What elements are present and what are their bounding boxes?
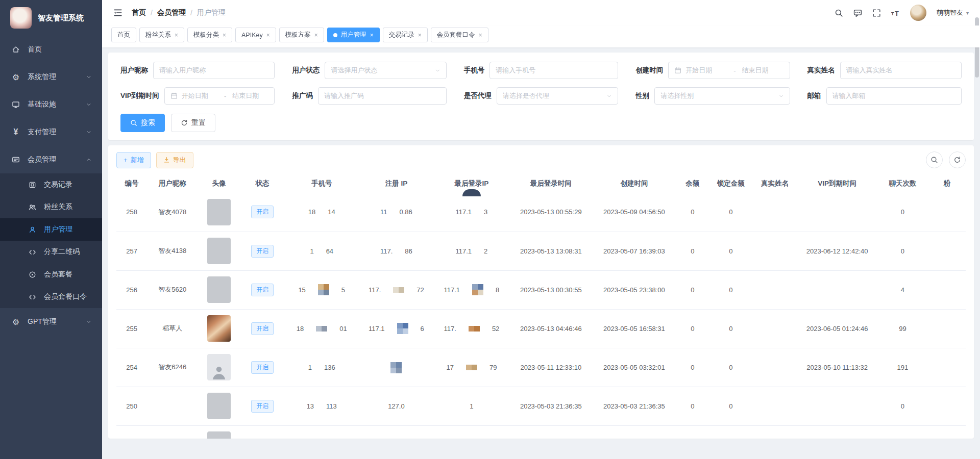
filter-用户状态: 用户状态请选择用户状态 [292, 62, 446, 79]
filter-label: 推广码 [292, 91, 313, 100]
tab-用户管理[interactable]: 用户管理× [327, 28, 380, 42]
cell-vip: 2023-06-05 01:24:46 [797, 309, 877, 348]
sidebar-collapse-icon[interactable] [113, 8, 122, 17]
chevron-down-icon [606, 93, 612, 99]
table-row[interactable]: 257智友4138开启164117.86117.122023-05-13 13:… [116, 232, 966, 270]
tab-APIKey[interactable]: APIKey× [235, 28, 276, 42]
sidebar-item-基础设施[interactable]: 基础设施 [0, 91, 102, 118]
fullscreen-icon[interactable] [872, 9, 881, 17]
input-field-推广码[interactable]: 请输入推广码 [318, 87, 447, 105]
censor-mosaic [397, 323, 408, 334]
user-menu[interactable]: 萌萌智友 ▾ [937, 8, 969, 17]
tab-会员套餐口令[interactable]: 会员套餐口令× [431, 28, 488, 42]
app-logo-image [10, 7, 32, 29]
sidebar-item-用户管理[interactable]: 用户管理 [0, 218, 102, 241]
value-fragment: 17 [446, 364, 453, 371]
tab-label: 会员套餐口令 [437, 31, 475, 39]
user-avatar-image [207, 238, 231, 264]
add-button[interactable]: + 新增 [116, 152, 151, 168]
select-field-用户状态[interactable]: 请选择用户状态 [325, 62, 446, 79]
column-header-label: VIP到期时间 [818, 180, 856, 187]
cell-chats: 0 [877, 193, 928, 232]
sidebar-item-会员套餐口令[interactable]: 会员套餐口令 [0, 286, 102, 308]
message-icon[interactable] [853, 9, 862, 17]
select-placeholder: 请选择是否代理 [503, 91, 602, 100]
table-refresh-icon[interactable] [949, 151, 966, 168]
close-icon[interactable]: × [370, 32, 374, 39]
cell-created: 2023-05-05 16:58:31 [593, 309, 676, 348]
sidebar-item-会员套餐[interactable]: 会员套餐 [0, 263, 102, 286]
input-field-邮箱[interactable]: 请输入邮箱 [826, 87, 962, 105]
sidebar-item-分享二维码[interactable]: 分享二维码 [0, 241, 102, 263]
table-row[interactable]: 258智友4078开启1814110.86117.132023-05-13 00… [116, 193, 966, 232]
breadcrumb-member[interactable]: 会员管理 [157, 8, 186, 17]
sidebar-item-交易记录[interactable]: 交易记录 [0, 173, 102, 196]
gear-icon: ⚙ [10, 72, 21, 82]
sidebar-item-GPT管理[interactable]: ⚙GPT管理 [0, 308, 102, 336]
cell-vip [797, 425, 877, 439]
sidebar-item-label: 首页 [28, 45, 92, 54]
table-row[interactable]: 250开启13113127.012023-05-03 21:36:352023-… [116, 387, 966, 425]
close-icon[interactable]: × [266, 32, 270, 39]
column-header-vip: VIP到期时间 [797, 174, 877, 193]
select-field-性别[interactable]: 请选择性别 [654, 87, 790, 105]
cell-id: 254 [116, 348, 147, 387]
close-icon[interactable]: × [418, 32, 422, 39]
table-row[interactable]: 254智友6246开启113617792023-05-11 12:33:1020… [116, 348, 966, 387]
cell-reg_ip: 117.86 [359, 232, 434, 270]
daterange-field-VIP到期时间[interactable]: 开始日期-结束日期 [164, 87, 275, 105]
input-field-真实姓名[interactable]: 请输入真实姓名 [840, 62, 962, 79]
search-button[interactable]: 搜索 [120, 114, 165, 132]
close-icon[interactable]: × [223, 32, 226, 39]
sidebar-item-系统管理[interactable]: ⚙系统管理 [0, 63, 102, 91]
sidebar-item-label: 粉丝关系 [44, 202, 92, 212]
input-field-手机号[interactable]: 请输入手机号 [489, 62, 618, 79]
tab-首页[interactable]: 首页 [111, 28, 136, 42]
cell-last_ip: 117.18 [434, 270, 509, 309]
sidebar-item-支付管理[interactable]: ¥支付管理 [0, 118, 102, 146]
table-row[interactable]: 24912开启1521121272023-05-13 08:29:362023-… [116, 425, 966, 439]
sidebar-item-首页[interactable]: 首页 [0, 36, 102, 63]
breadcrumb-current: 用户管理 [197, 8, 226, 17]
close-icon[interactable]: × [479, 32, 482, 39]
close-icon[interactable]: × [314, 32, 318, 39]
value-fragment: 11 [380, 208, 387, 216]
tab-模板方案[interactable]: 模板方案× [279, 28, 324, 42]
tab-粉丝关系[interactable]: 粉丝关系× [139, 28, 184, 42]
column-header-nickname: 用户昵称 [147, 174, 198, 193]
select-field-是否代理[interactable]: 请选择是否代理 [497, 87, 618, 105]
column-header-label: 头像 [212, 180, 226, 187]
table-row[interactable]: 256智友5620开启155117.72117.182023-05-13 00:… [116, 270, 966, 309]
font-size-icon[interactable]: TT [891, 9, 900, 17]
sidebar-item-粉丝关系[interactable]: 粉丝关系 [0, 196, 102, 218]
cell-status: 开启 [240, 387, 285, 425]
breadcrumb-separator: / [190, 9, 192, 17]
filter-actions: 搜索 重置 [120, 114, 962, 132]
user-avatar[interactable] [910, 5, 926, 21]
cell-avatar [198, 348, 240, 387]
column-header-avatar: 头像 [198, 174, 240, 193]
input-field-用户昵称[interactable]: 请输入用户昵称 [153, 62, 275, 79]
calendar-icon [170, 92, 178, 99]
sidebar-item-会员管理[interactable]: 会员管理 [0, 146, 102, 173]
cell-created: 2023-05-05 23:38:00 [593, 270, 676, 309]
cell-locked: 0 [709, 387, 753, 425]
filter-VIP到期时间: VIP到期时间开始日期-结束日期 [120, 87, 275, 105]
reset-button[interactable]: 重置 [171, 114, 215, 132]
close-icon[interactable]: × [175, 32, 178, 39]
column-header-label: 手机号 [311, 180, 332, 187]
export-button[interactable]: 导出 [156, 152, 193, 168]
tab-label: 模板方案 [285, 31, 311, 39]
daterange-field-创建时间[interactable]: 开始日期-结束日期 [668, 62, 790, 79]
cell-chats: 4 [877, 270, 928, 309]
table-search-icon[interactable] [926, 151, 943, 168]
filter-用户昵称: 用户昵称请输入用户昵称 [120, 62, 275, 79]
tab-交易记录[interactable]: 交易记录× [383, 28, 428, 42]
cell-realname [752, 193, 797, 232]
search-icon[interactable] [835, 9, 843, 17]
breadcrumb-home[interactable]: 首页 [132, 8, 146, 17]
table-row[interactable]: 255稻草人开启1801117.16117.522023-05-13 04:46… [116, 309, 966, 348]
tab-模板分类[interactable]: 模板分类× [187, 28, 232, 42]
column-header-last_ip: 最后登录IP [434, 174, 509, 193]
masked-value: 13113 [307, 402, 337, 410]
